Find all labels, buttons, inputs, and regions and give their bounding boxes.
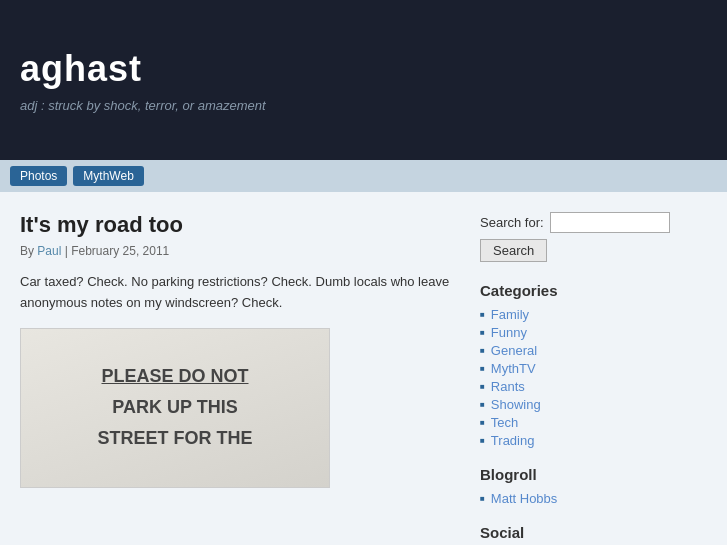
post-meta: By Paul | February 25, 2011 [20,244,450,258]
list-item: Trading [480,433,675,448]
blogroll-list: Matt Hobbs [480,491,675,506]
nav-item-photos[interactable]: Photos [10,166,67,186]
search-label: Search for: [480,215,544,230]
list-item: MythTV [480,361,675,376]
blogroll-title: Blogroll [480,466,675,483]
post-image: PLEASE DO NOT PARK UP THIS STREET FOR TH… [20,328,330,488]
post-author[interactable]: Paul [37,244,61,258]
post-image-inner: PLEASE DO NOT PARK UP THIS STREET FOR TH… [21,329,329,487]
search-section: Search for: Search [480,212,675,262]
content-wrapper: It's my road too By Paul | February 25, … [0,192,727,545]
list-item: Showing [480,397,675,412]
site-title: aghast [20,48,707,90]
nav-bar: Photos MythWeb [0,160,727,192]
image-line-2: PARK UP THIS [112,396,237,419]
categories-title: Categories [480,282,675,299]
search-button[interactable]: Search [480,239,547,262]
search-row: Search for: [480,212,675,233]
post-by-label: By [20,244,34,258]
list-item: Rants [480,379,675,394]
list-item: Tech [480,415,675,430]
sidebar: Search for: Search Categories FamilyFunn… [470,192,690,545]
site-header: aghast adj : struck by shock, terror, or… [0,0,727,160]
social-title: Social [480,524,675,541]
main-content: It's my road too By Paul | February 25, … [0,192,470,545]
post-title: It's my road too [20,212,450,238]
list-item: Family [480,307,675,322]
nav-item-mythweb[interactable]: MythWeb [73,166,143,186]
list-item: Matt Hobbs [480,491,675,506]
categories-list: FamilyFunnyGeneralMythTVRantsShowingTech… [480,307,675,448]
post-body: Car taxed? Check. No parking restriction… [20,272,450,314]
list-item: General [480,343,675,358]
list-item: Funny [480,325,675,340]
image-line-1: PLEASE DO NOT [101,365,248,388]
image-line-3: STREET FOR THE [97,427,252,450]
post-date: February 25, 2011 [71,244,169,258]
site-subtitle: adj : struck by shock, terror, or amazem… [20,98,707,113]
search-input[interactable] [550,212,670,233]
